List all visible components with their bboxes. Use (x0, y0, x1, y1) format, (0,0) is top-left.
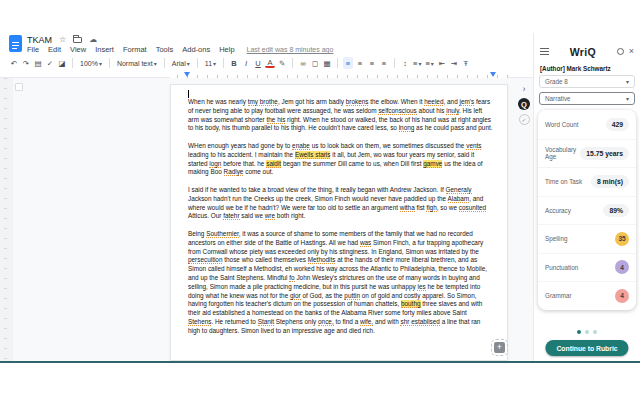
increase-indent-button[interactable]: ⇥ (449, 57, 459, 69)
numbered-list-button[interactable]: ≡▾ (412, 57, 422, 69)
stat-label: Time on Task (545, 178, 582, 185)
insert-link-button[interactable]: ∞ (298, 57, 308, 69)
collapse-chevron-icon[interactable]: › (523, 85, 526, 94)
toolbar-separator (197, 58, 198, 68)
align-right-button[interactable]: ≡ (367, 57, 377, 69)
last-edit-link[interactable]: Last edit was 8 minutes ago (247, 46, 334, 53)
menu-icon[interactable] (540, 48, 549, 55)
line-spacing-icon: ↕ (403, 59, 407, 68)
error-word: Ewells staris (295, 151, 331, 159)
wriq-panel: WriQ × [Author] Mark Schwartz Grade 8 ▾ … (533, 33, 640, 361)
chevron-down-icon: ▾ (431, 60, 434, 67)
explore-button[interactable] (494, 342, 505, 353)
menu-help[interactable]: Help (219, 45, 234, 54)
document-outline-toggle[interactable] (15, 83, 23, 91)
text-segment: said we (240, 212, 265, 219)
right-indent-marker[interactable] (490, 72, 496, 77)
menu-tools[interactable]: Tools (156, 45, 174, 54)
spell-check-button[interactable]: ✓ (45, 57, 55, 69)
stat-value: 4 (615, 289, 629, 303)
error-word: heeled (424, 98, 443, 106)
highlight-color-button[interactable]: ✎ (277, 57, 287, 69)
text-segment: as he could pass and punt. (414, 124, 492, 131)
paragraph: When he was nearly tmy brothe, Jem got h… (188, 98, 493, 133)
page-dot[interactable] (585, 330, 589, 334)
font-size-select[interactable]: 11▾ (203, 57, 218, 69)
page-dot[interactable] (593, 330, 597, 334)
ruler-track (170, 71, 508, 78)
align-center-button[interactable]: ≡ (355, 57, 365, 69)
underline-button[interactable]: U (253, 57, 263, 69)
document-page[interactable]: When he was nearly tmy brothe, Jem got h… (170, 84, 508, 361)
stat-label: Punctuation (545, 264, 578, 271)
grade-select[interactable]: Grade 8 ▾ (539, 75, 635, 88)
error-word: once, (318, 318, 334, 326)
docs-header: TKAM ☆ ☁ FileEditViewInsertFormatToolsAd… (0, 33, 533, 55)
chevron-down-icon: ▾ (418, 60, 421, 67)
text-color-button[interactable]: A (265, 58, 275, 68)
font-select[interactable]: Arial▾ (170, 57, 192, 69)
align-left-button[interactable]: ≡ (343, 57, 353, 69)
highlight-color-icon: ✎ (279, 59, 285, 68)
stat-row-punctuation: Punctuation4 (538, 253, 636, 282)
zoom-select[interactable]: 100%▾ (78, 57, 104, 69)
paragraph: I said if he wanted to take a broad view… (188, 186, 493, 221)
italic-button[interactable]: I (241, 57, 251, 69)
wriq-addon-icon[interactable]: Q (518, 98, 530, 110)
menu-format[interactable]: Format (123, 45, 147, 54)
error-word: Generaly (446, 186, 472, 194)
author-label: [Author] Mark Schwartz (540, 65, 611, 72)
document-title[interactable]: TKAM (27, 35, 52, 45)
check-addon-icon[interactable]: ✓ (519, 114, 530, 125)
stats-card: Word Count429Vocabulary Age15.75 yearsTi… (538, 110, 636, 310)
move-folder-icon[interactable] (73, 37, 82, 43)
screenshot-root: TKAM ☆ ☁ FileEditViewInsertFormatToolsAd… (0, 0, 640, 400)
refresh-icon[interactable] (617, 48, 624, 55)
document-canvas: When he was nearly tmy brothe, Jem got h… (0, 78, 533, 361)
insert-comment-button[interactable]: ◻ (310, 57, 320, 69)
error-word: persecuition (188, 256, 222, 264)
text-segment: , so we (437, 204, 459, 211)
toolbar-separator (292, 58, 293, 68)
page-dot[interactable] (577, 330, 581, 334)
bold-button[interactable]: B (229, 57, 239, 69)
styles-select[interactable]: Normal text▾ (115, 57, 159, 69)
continue-to-rubric-button[interactable]: Continue to Rubric (545, 340, 628, 356)
undo-button[interactable]: ↶ (9, 57, 19, 69)
star-icon[interactable]: ☆ (59, 36, 66, 44)
stat-value: 89% (603, 204, 629, 217)
decrease-indent-button[interactable]: ⇤ (437, 57, 447, 69)
stat-label: Grammar (545, 292, 572, 299)
menu-edit[interactable]: Edit (48, 45, 61, 54)
page-text: When he was nearly tmy brothe, Jem got h… (188, 89, 493, 344)
align-justify-button[interactable]: ≡ (379, 57, 389, 69)
error-word: gamve (423, 160, 442, 168)
redo-button[interactable]: ↷ (21, 57, 31, 69)
error-word: brokens (346, 98, 369, 106)
error-word: les (417, 283, 425, 291)
redo-icon: ↷ (23, 59, 29, 68)
menu-addons[interactable]: Add-ons (182, 45, 210, 54)
docs-logo-icon[interactable] (9, 35, 22, 52)
paint-format-button[interactable]: ◪ (57, 57, 67, 69)
left-indent-marker[interactable] (184, 72, 190, 77)
genre-select-value: Narrative (545, 95, 571, 102)
text-segment: and with (373, 318, 400, 325)
text-segment: about his (417, 107, 447, 114)
stat-value: 35 (615, 232, 629, 246)
decrease-indent-icon: ⇤ (439, 59, 445, 68)
error-word: wre (265, 212, 275, 220)
insert-image-button[interactable]: ▦ (322, 57, 332, 69)
menu-view[interactable]: View (70, 45, 86, 54)
clear-formatting-button[interactable]: Ŧ (461, 57, 471, 69)
text-cursor (188, 90, 189, 98)
bulleted-list-button[interactable]: ≡▾ (424, 57, 434, 69)
error-word: cosunlted (459, 204, 486, 212)
menu-file[interactable]: File (27, 45, 39, 54)
paragraph: WHen enough years had gone by to enabe u… (188, 142, 493, 177)
print-button[interactable]: ▤ (33, 57, 43, 69)
menu-insert[interactable]: Insert (95, 45, 114, 54)
line-spacing-button[interactable]: ↕ (400, 57, 410, 69)
close-icon[interactable]: × (629, 47, 634, 56)
genre-select[interactable]: Narrative ▾ (539, 92, 635, 105)
